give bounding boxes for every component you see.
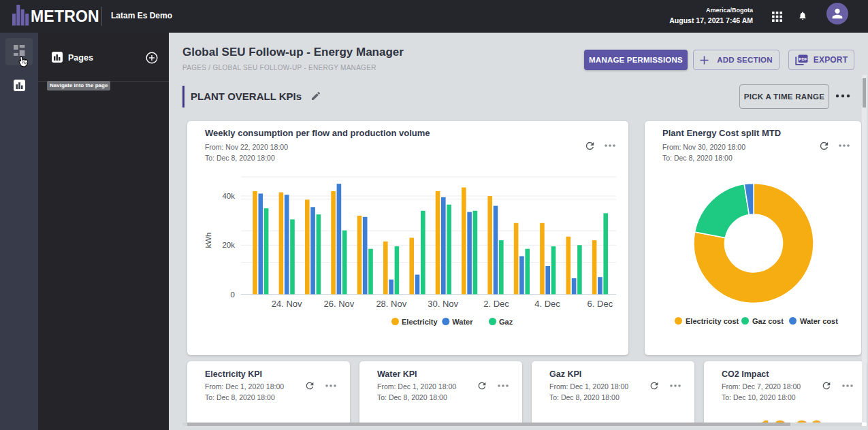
- svg-text:20k: 20k: [222, 241, 235, 249]
- svg-text:PDF: PDF: [799, 57, 807, 61]
- svg-text:2. Dec: 2. Dec: [483, 299, 509, 309]
- svg-text:30. Nov: 30. Nov: [428, 299, 458, 309]
- svg-text:24. Nov: 24. Nov: [272, 299, 302, 309]
- svg-text:kWh: kWh: [204, 233, 212, 248]
- svg-text:28. Nov: 28. Nov: [376, 299, 406, 309]
- svg-text:40k: 40k: [222, 192, 235, 200]
- svg-text:6. Dec: 6. Dec: [588, 299, 613, 309]
- svg-text:Gaz: Gaz: [499, 318, 513, 326]
- svg-text:Water: Water: [452, 318, 473, 326]
- svg-text:26. Nov: 26. Nov: [323, 299, 354, 309]
- svg-text:0: 0: [231, 291, 235, 299]
- svg-text:4. Dec: 4. Dec: [534, 299, 560, 309]
- svg-text:Electricity: Electricity: [402, 318, 438, 326]
